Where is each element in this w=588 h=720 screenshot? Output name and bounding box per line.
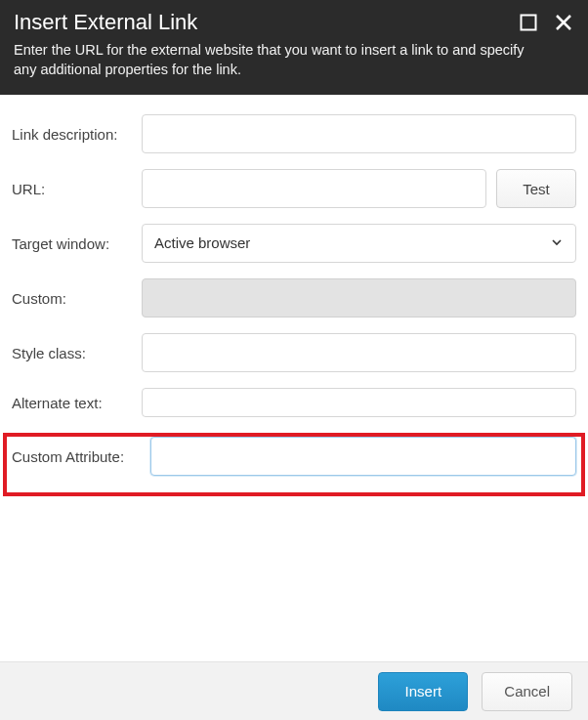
svg-rect-0 — [522, 16, 536, 30]
dialog-footer: Insert Cancel — [0, 661, 588, 720]
row-url: URL: Test — [12, 169, 576, 208]
target-window-select[interactable]: Active browser — [142, 224, 576, 263]
dialog-subtitle: Enter the URL for the external website t… — [14, 41, 531, 79]
link-description-input[interactable] — [142, 114, 576, 153]
label-style-class: Style class: — [12, 345, 142, 361]
label-alternate-text: Alternate text: — [12, 395, 142, 411]
alternate-text-input[interactable] — [142, 388, 576, 417]
style-class-input[interactable] — [142, 333, 576, 372]
form-area: Link description: URL: Test Target windo… — [0, 95, 588, 476]
test-button[interactable]: Test — [496, 169, 576, 208]
label-custom: Custom: — [12, 290, 142, 307]
row-link-description: Link description: — [12, 114, 576, 153]
custom-input — [142, 278, 576, 318]
insert-button[interactable]: Insert — [378, 672, 468, 711]
row-custom: Custom: — [12, 278, 576, 318]
row-alternate-text: Alternate text: — [12, 388, 576, 417]
label-target-window: Target window: — [12, 235, 142, 252]
close-icon[interactable] — [553, 12, 574, 33]
dialog-header: Insert External Link Enter the URL for t… — [0, 0, 588, 95]
row-target-window: Target window: Active browser — [12, 224, 576, 263]
custom-attribute-input[interactable] — [150, 437, 576, 476]
cancel-button[interactable]: Cancel — [482, 672, 572, 711]
label-custom-attribute: Custom Attribute: — [12, 448, 150, 465]
row-style-class: Style class: — [12, 333, 576, 372]
dialog-title: Insert External Link — [14, 10, 574, 35]
label-link-description: Link description: — [12, 126, 142, 143]
label-url: URL: — [12, 181, 142, 197]
title-actions — [518, 12, 574, 33]
url-input[interactable] — [142, 169, 486, 208]
maximize-icon[interactable] — [518, 12, 539, 33]
row-custom-attribute: Custom Attribute: — [12, 437, 576, 476]
